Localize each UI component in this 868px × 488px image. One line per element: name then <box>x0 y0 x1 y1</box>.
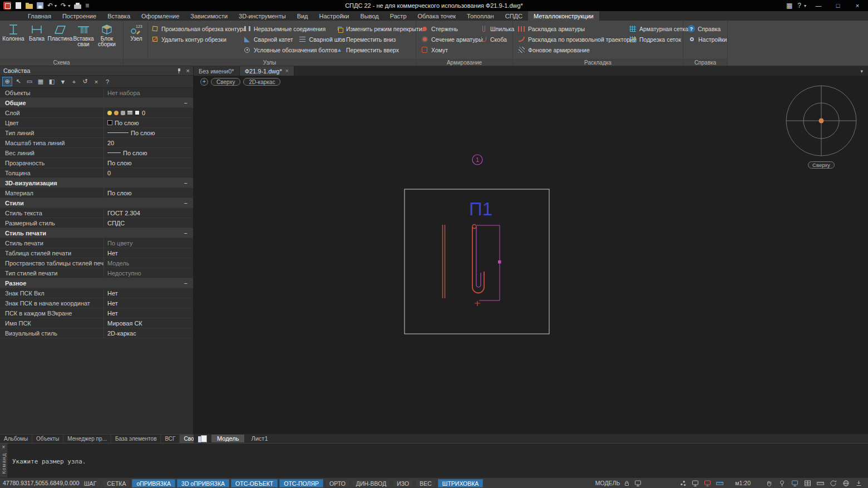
save-icon[interactable] <box>37 2 43 9</box>
toggle-polar-tracking[interactable]: ОТС-ПОЛЯР <box>279 479 323 487</box>
monitor-icon[interactable] <box>791 479 799 487</box>
collapse-icon[interactable]: − <box>184 100 188 106</box>
rebar-section-button[interactable]: Сечение арматуры <box>418 34 477 45</box>
menu-tab-metal-structures[interactable]: Металлоконструкции <box>528 11 599 21</box>
property-row-layer[interactable]: Слой 0 <box>0 108 193 118</box>
pin-icon[interactable] <box>176 68 182 74</box>
clear-selection-icon[interactable]: × <box>91 77 101 86</box>
property-row-transparency[interactable]: Прозрачность По слою <box>0 158 193 168</box>
pan-hand-icon[interactable] <box>765 479 773 487</box>
layer-print-icon[interactable] <box>127 111 132 115</box>
toggle-lineweight[interactable]: ВЕС <box>415 479 436 487</box>
property-row-ucs-icon-on[interactable]: Знак ПСК Вкл Нет <box>0 288 193 298</box>
property-value[interactable]: СПДС <box>103 218 193 228</box>
property-row-thickness[interactable]: Толщина 0 <box>0 168 193 178</box>
command-history[interactable]: Укажите размер узла. Укажите позицию узл… <box>12 445 864 476</box>
hairpin-axis[interactable] <box>476 227 481 287</box>
clamp-button[interactable]: Скоба <box>477 34 511 45</box>
document-tab-active[interactable]: Ф21.9-1.dwg* × <box>240 66 294 76</box>
open-file-icon[interactable] <box>26 4 33 9</box>
menu-tab[interactable]: Настройки <box>314 11 355 21</box>
toggle-iso[interactable]: ИЗО <box>392 479 413 487</box>
property-row-color[interactable]: Цвет По слою <box>0 118 193 128</box>
menu-tab[interactable]: Растр <box>384 11 412 21</box>
redo-dropdown-icon[interactable]: ▾ <box>68 3 70 8</box>
property-value[interactable]: По слою <box>103 188 193 198</box>
property-value[interactable]: ГОСТ 2.304 <box>103 208 193 218</box>
hardware-acceleration-icon[interactable] <box>703 479 712 487</box>
property-value[interactable]: По слою <box>103 148 193 157</box>
tab-vsg[interactable]: ВСГ <box>161 435 180 443</box>
filter-icon[interactable]: ▼ <box>58 77 68 86</box>
document-tab-close-icon[interactable]: × <box>285 68 289 74</box>
hairpin-outline[interactable] <box>472 227 484 293</box>
property-value[interactable]: По слою <box>103 118 193 127</box>
annotation-scale-value[interactable]: м1:20 <box>735 480 751 486</box>
maximize-button[interactable]: □ <box>831 2 845 9</box>
menu-tab[interactable]: Главная <box>22 11 57 21</box>
rebar-bar[interactable] <box>443 225 445 298</box>
toggle-osnap[interactable]: оПРИВЯЗКА <box>132 479 175 487</box>
property-value[interactable]: 0 <box>103 168 193 178</box>
property-section-header[interactable]: 3D-визуализация− <box>0 178 193 188</box>
property-row-dim-style[interactable]: Размерный стиль СПДС <box>0 218 193 228</box>
toggle-3d-osnap[interactable]: 3D оПРИВЯЗКА <box>177 479 229 487</box>
property-row-lineweight[interactable]: Вес линий По слою <box>0 148 193 158</box>
command-close-icon[interactable]: × <box>2 444 6 450</box>
menu-tab[interactable]: 3D-инструменты <box>233 11 292 21</box>
menu-tab[interactable]: Зависимости <box>185 11 233 21</box>
collapse-icon[interactable]: − <box>184 230 188 236</box>
detail-label[interactable]: П1 <box>469 199 492 219</box>
layout-tab-sheet1[interactable]: Лист1 <box>245 435 273 442</box>
command-window[interactable]: × Команд Укажите размер узла. Укажите по… <box>0 443 868 477</box>
property-row-linetype-scale[interactable]: Масштаб типа линий 20 <box>0 138 193 148</box>
property-section-header[interactable]: Стили− <box>0 198 193 208</box>
tab-objects[interactable]: Объекты <box>32 435 63 443</box>
layout-tab-model[interactable]: Модель <box>211 435 244 442</box>
refresh-icon[interactable] <box>829 479 837 487</box>
property-row-ucs-name[interactable]: Имя ПСК Мировая СК <box>0 318 193 328</box>
highlight-icon[interactable]: ◧ <box>47 77 57 86</box>
tab-manager[interactable]: Менеджер пр... <box>63 435 111 443</box>
path-layout-button[interactable]: Раскладка по произвольной траектории <box>515 34 626 45</box>
property-value[interactable]: Нет <box>103 248 193 258</box>
position-marker-number[interactable]: 1 <box>476 156 479 163</box>
menu-tab[interactable]: Вставка <box>102 11 136 21</box>
compass-view-button[interactable]: Сверху <box>808 161 835 169</box>
view-direction-control[interactable]: Сверху <box>211 78 240 86</box>
background-reinforcement-button[interactable]: Фоновое армирование <box>515 45 626 55</box>
property-value[interactable]: По слою <box>103 158 193 167</box>
drawing-content[interactable]: П1 1 <box>194 76 868 433</box>
property-row-linetype[interactable]: Тип линий По слою <box>0 128 193 138</box>
property-row-plot-table-space[interactable]: Пространство таблицы стилей печати Модел… <box>0 258 193 268</box>
collapse-icon[interactable]: − <box>184 180 188 186</box>
menu-tab[interactable]: Вывод <box>354 11 384 21</box>
anchor-mark[interactable] <box>475 301 480 306</box>
layer-lock-icon[interactable] <box>121 111 125 115</box>
cycle-selection-icon[interactable]: ↺ <box>80 77 90 86</box>
viewport-menu-icon[interactable]: + <box>200 78 208 86</box>
toggle-object-tracking[interactable]: ОТС-ОБЪЕКТ <box>231 479 278 487</box>
move-up-button[interactable]: ▲Переместить вверх <box>333 45 414 55</box>
layouts-icon[interactable] <box>198 435 206 442</box>
property-row-text-style[interactable]: Стиль текста ГОСТ 2.304 <box>0 208 193 218</box>
property-value[interactable]: 20 <box>103 138 193 147</box>
brightness-icon[interactable] <box>778 479 786 487</box>
document-tab[interactable]: Без имени0* <box>194 66 240 76</box>
navigation-wheel[interactable]: Сверху <box>780 79 863 171</box>
assembly-block-button[interactable]: Блок сборки <box>95 22 119 58</box>
viewport-display-icon[interactable] <box>634 479 642 487</box>
move-down-button[interactable]: ▼Переместить вниз <box>333 34 414 45</box>
grip-point[interactable] <box>498 260 501 264</box>
help-icon[interactable]: ? <box>797 2 801 9</box>
download-icon[interactable] <box>855 479 863 487</box>
visual-style-control[interactable]: 2D-каркас <box>243 78 280 86</box>
tab-list-chevron-icon[interactable]: ▾ <box>855 66 868 76</box>
plate-button[interactable]: Пластина <box>48 22 72 58</box>
property-section-header[interactable]: Общие− <box>0 98 193 108</box>
insert-pile-button[interactable]: Вставка сваи <box>72 22 95 58</box>
property-row-ucs-per-viewport[interactable]: ПСК в каждом ВЭкране Нет <box>0 308 193 318</box>
delete-crop-contour-button[interactable]: Удалить контур обрезки <box>148 34 240 45</box>
rebar-button[interactable]: Стержень <box>418 23 477 34</box>
software-rendering-icon[interactable] <box>691 479 699 487</box>
